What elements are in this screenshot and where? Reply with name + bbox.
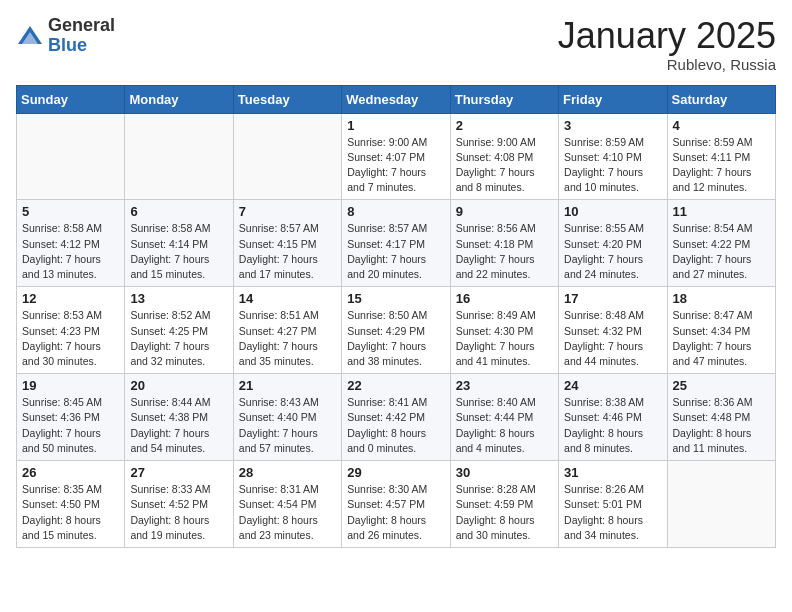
day-number: 29 <box>347 465 444 480</box>
day-info: Sunrise: 8:56 AM Sunset: 4:18 PM Dayligh… <box>456 221 553 282</box>
weekday-header: Thursday <box>450 85 558 113</box>
logo-icon <box>16 22 44 50</box>
calendar-week-row: 26Sunrise: 8:35 AM Sunset: 4:50 PM Dayli… <box>17 461 776 548</box>
day-number: 2 <box>456 118 553 133</box>
day-number: 26 <box>22 465 119 480</box>
day-info: Sunrise: 9:00 AM Sunset: 4:07 PM Dayligh… <box>347 135 444 196</box>
calendar-cell: 6Sunrise: 8:58 AM Sunset: 4:14 PM Daylig… <box>125 200 233 287</box>
calendar-cell: 9Sunrise: 8:56 AM Sunset: 4:18 PM Daylig… <box>450 200 558 287</box>
calendar-cell: 28Sunrise: 8:31 AM Sunset: 4:54 PM Dayli… <box>233 461 341 548</box>
calendar-week-row: 1Sunrise: 9:00 AM Sunset: 4:07 PM Daylig… <box>17 113 776 200</box>
day-info: Sunrise: 8:38 AM Sunset: 4:46 PM Dayligh… <box>564 395 661 456</box>
page-header: General Blue January 2025 Rublevo, Russi… <box>16 16 776 73</box>
day-info: Sunrise: 8:28 AM Sunset: 4:59 PM Dayligh… <box>456 482 553 543</box>
calendar-cell: 3Sunrise: 8:59 AM Sunset: 4:10 PM Daylig… <box>559 113 667 200</box>
day-number: 11 <box>673 204 770 219</box>
calendar-cell: 24Sunrise: 8:38 AM Sunset: 4:46 PM Dayli… <box>559 374 667 461</box>
calendar-cell: 14Sunrise: 8:51 AM Sunset: 4:27 PM Dayli… <box>233 287 341 374</box>
calendar-week-row: 5Sunrise: 8:58 AM Sunset: 4:12 PM Daylig… <box>17 200 776 287</box>
calendar-cell: 5Sunrise: 8:58 AM Sunset: 4:12 PM Daylig… <box>17 200 125 287</box>
day-info: Sunrise: 8:35 AM Sunset: 4:50 PM Dayligh… <box>22 482 119 543</box>
day-info: Sunrise: 8:59 AM Sunset: 4:11 PM Dayligh… <box>673 135 770 196</box>
day-info: Sunrise: 8:54 AM Sunset: 4:22 PM Dayligh… <box>673 221 770 282</box>
month-title: January 2025 <box>558 16 776 56</box>
day-number: 17 <box>564 291 661 306</box>
calendar-cell: 1Sunrise: 9:00 AM Sunset: 4:07 PM Daylig… <box>342 113 450 200</box>
day-number: 9 <box>456 204 553 219</box>
calendar-week-row: 19Sunrise: 8:45 AM Sunset: 4:36 PM Dayli… <box>17 374 776 461</box>
day-number: 14 <box>239 291 336 306</box>
day-number: 19 <box>22 378 119 393</box>
day-info: Sunrise: 8:47 AM Sunset: 4:34 PM Dayligh… <box>673 308 770 369</box>
calendar-cell: 2Sunrise: 9:00 AM Sunset: 4:08 PM Daylig… <box>450 113 558 200</box>
calendar-cell: 31Sunrise: 8:26 AM Sunset: 5:01 PM Dayli… <box>559 461 667 548</box>
weekday-header: Wednesday <box>342 85 450 113</box>
day-number: 10 <box>564 204 661 219</box>
day-info: Sunrise: 8:57 AM Sunset: 4:15 PM Dayligh… <box>239 221 336 282</box>
calendar-cell: 16Sunrise: 8:49 AM Sunset: 4:30 PM Dayli… <box>450 287 558 374</box>
day-number: 18 <box>673 291 770 306</box>
weekday-header: Saturday <box>667 85 775 113</box>
calendar-cell: 19Sunrise: 8:45 AM Sunset: 4:36 PM Dayli… <box>17 374 125 461</box>
logo-general: General <box>48 16 115 36</box>
day-info: Sunrise: 8:51 AM Sunset: 4:27 PM Dayligh… <box>239 308 336 369</box>
day-info: Sunrise: 8:36 AM Sunset: 4:48 PM Dayligh… <box>673 395 770 456</box>
day-number: 15 <box>347 291 444 306</box>
calendar-cell: 30Sunrise: 8:28 AM Sunset: 4:59 PM Dayli… <box>450 461 558 548</box>
day-info: Sunrise: 8:55 AM Sunset: 4:20 PM Dayligh… <box>564 221 661 282</box>
day-info: Sunrise: 8:58 AM Sunset: 4:12 PM Dayligh… <box>22 221 119 282</box>
weekday-header: Friday <box>559 85 667 113</box>
calendar-cell: 17Sunrise: 8:48 AM Sunset: 4:32 PM Dayli… <box>559 287 667 374</box>
calendar-cell: 23Sunrise: 8:40 AM Sunset: 4:44 PM Dayli… <box>450 374 558 461</box>
day-info: Sunrise: 8:31 AM Sunset: 4:54 PM Dayligh… <box>239 482 336 543</box>
day-number: 28 <box>239 465 336 480</box>
day-info: Sunrise: 8:26 AM Sunset: 5:01 PM Dayligh… <box>564 482 661 543</box>
day-info: Sunrise: 8:49 AM Sunset: 4:30 PM Dayligh… <box>456 308 553 369</box>
weekday-header: Sunday <box>17 85 125 113</box>
day-info: Sunrise: 8:53 AM Sunset: 4:23 PM Dayligh… <box>22 308 119 369</box>
calendar-cell: 27Sunrise: 8:33 AM Sunset: 4:52 PM Dayli… <box>125 461 233 548</box>
calendar-cell: 10Sunrise: 8:55 AM Sunset: 4:20 PM Dayli… <box>559 200 667 287</box>
calendar-cell: 29Sunrise: 8:30 AM Sunset: 4:57 PM Dayli… <box>342 461 450 548</box>
calendar-cell: 7Sunrise: 8:57 AM Sunset: 4:15 PM Daylig… <box>233 200 341 287</box>
day-info: Sunrise: 8:52 AM Sunset: 4:25 PM Dayligh… <box>130 308 227 369</box>
day-number: 24 <box>564 378 661 393</box>
day-number: 3 <box>564 118 661 133</box>
location: Rublevo, Russia <box>558 56 776 73</box>
day-number: 30 <box>456 465 553 480</box>
calendar-cell: 11Sunrise: 8:54 AM Sunset: 4:22 PM Dayli… <box>667 200 775 287</box>
logo-blue: Blue <box>48 36 115 56</box>
day-number: 4 <box>673 118 770 133</box>
calendar-cell: 20Sunrise: 8:44 AM Sunset: 4:38 PM Dayli… <box>125 374 233 461</box>
weekday-header-row: SundayMondayTuesdayWednesdayThursdayFrid… <box>17 85 776 113</box>
calendar-cell: 26Sunrise: 8:35 AM Sunset: 4:50 PM Dayli… <box>17 461 125 548</box>
day-number: 1 <box>347 118 444 133</box>
day-number: 27 <box>130 465 227 480</box>
calendar-cell: 22Sunrise: 8:41 AM Sunset: 4:42 PM Dayli… <box>342 374 450 461</box>
calendar-cell: 18Sunrise: 8:47 AM Sunset: 4:34 PM Dayli… <box>667 287 775 374</box>
day-number: 21 <box>239 378 336 393</box>
calendar-week-row: 12Sunrise: 8:53 AM Sunset: 4:23 PM Dayli… <box>17 287 776 374</box>
logo: General Blue <box>16 16 115 56</box>
calendar-cell <box>125 113 233 200</box>
calendar-cell: 4Sunrise: 8:59 AM Sunset: 4:11 PM Daylig… <box>667 113 775 200</box>
day-info: Sunrise: 8:48 AM Sunset: 4:32 PM Dayligh… <box>564 308 661 369</box>
calendar-cell: 15Sunrise: 8:50 AM Sunset: 4:29 PM Dayli… <box>342 287 450 374</box>
logo-text: General Blue <box>48 16 115 56</box>
calendar-cell: 13Sunrise: 8:52 AM Sunset: 4:25 PM Dayli… <box>125 287 233 374</box>
day-number: 7 <box>239 204 336 219</box>
weekday-header: Monday <box>125 85 233 113</box>
calendar-table: SundayMondayTuesdayWednesdayThursdayFrid… <box>16 85 776 548</box>
day-info: Sunrise: 8:43 AM Sunset: 4:40 PM Dayligh… <box>239 395 336 456</box>
calendar-cell: 25Sunrise: 8:36 AM Sunset: 4:48 PM Dayli… <box>667 374 775 461</box>
day-number: 31 <box>564 465 661 480</box>
day-number: 20 <box>130 378 227 393</box>
calendar-cell <box>233 113 341 200</box>
calendar-cell: 8Sunrise: 8:57 AM Sunset: 4:17 PM Daylig… <box>342 200 450 287</box>
weekday-header: Tuesday <box>233 85 341 113</box>
calendar-cell <box>17 113 125 200</box>
day-info: Sunrise: 8:45 AM Sunset: 4:36 PM Dayligh… <box>22 395 119 456</box>
calendar-cell <box>667 461 775 548</box>
day-number: 22 <box>347 378 444 393</box>
day-info: Sunrise: 8:59 AM Sunset: 4:10 PM Dayligh… <box>564 135 661 196</box>
